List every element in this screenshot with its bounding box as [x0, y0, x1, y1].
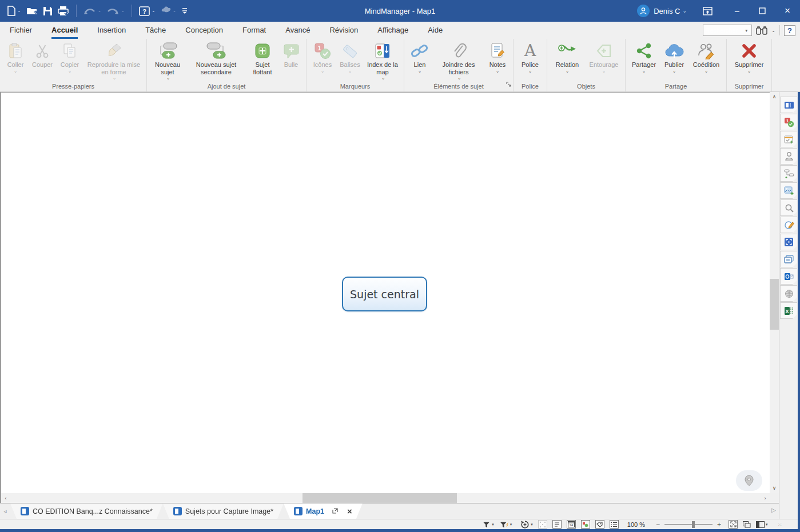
float-window-icon[interactable]	[332, 507, 338, 515]
show-outline-button[interactable]	[610, 520, 619, 529]
customize-quick-access-button[interactable]	[182, 7, 188, 14]
fit-map-button[interactable]	[729, 520, 738, 529]
tab-tache[interactable]: Tâche	[145, 22, 166, 39]
tab-affichage[interactable]: Affichage	[377, 22, 408, 39]
nouveau-sujet-button[interactable]: Nouveau sujet⌄	[149, 39, 186, 81]
tab-conception[interactable]: Conception	[185, 22, 223, 39]
help-menu-button[interactable]: ? ⌄	[139, 6, 156, 16]
central-topic[interactable]: Sujet central	[342, 277, 427, 311]
zoom-in-button[interactable]: +	[717, 522, 721, 527]
scroll-down-icon[interactable]: ∨	[770, 483, 779, 493]
sidebar-task-info[interactable]	[780, 131, 797, 147]
supprimer-button[interactable]: Supprimer ⌄	[729, 39, 769, 74]
refresh-button[interactable]: ▾	[520, 520, 533, 529]
open-button[interactable]	[26, 6, 38, 15]
touch-mode-button[interactable]: ⌄	[161, 6, 177, 15]
icones-button[interactable]: 1 Icônes ⌄	[309, 39, 336, 74]
search-box[interactable]: ▾	[703, 25, 752, 36]
lien-button[interactable]: Lien ⌄	[407, 39, 433, 74]
publier-button[interactable]: Publier ⌄	[660, 39, 688, 74]
maximize-button[interactable]	[750, 0, 775, 22]
sidebar-file-explorer[interactable]	[780, 251, 797, 267]
dialog-launcher-icon[interactable]	[506, 79, 511, 89]
sidebar-web[interactable]	[780, 285, 797, 302]
locate-pin-button[interactable]	[736, 470, 762, 491]
entourage-button[interactable]: Entourage ⌄	[585, 39, 623, 74]
balises-button[interactable]: Balises ⌄	[336, 39, 364, 74]
sujet-flottant-button[interactable]: Sujet flottant	[246, 39, 278, 75]
close-button[interactable]: ×	[775, 0, 800, 22]
vertical-scrollbar-thumb[interactable]	[770, 279, 779, 330]
zoom-slider-thumb[interactable]	[692, 521, 695, 528]
show-markers-button[interactable]	[581, 520, 590, 529]
new-document-button[interactable]: ⌄	[7, 6, 21, 16]
partager-button[interactable]: Partager ⌄	[628, 39, 660, 74]
police-button[interactable]: A Police ⌄	[516, 39, 544, 74]
map-canvas[interactable]: Sujet central ‹ ›	[0, 92, 770, 503]
notes-button[interactable]: Notes ⌄	[484, 39, 511, 74]
sidebar-icon-markers[interactable]: 1	[780, 114, 797, 130]
redo-button[interactable]: ⌄	[106, 7, 125, 15]
copier-button[interactable]: Copier ⌄	[56, 39, 83, 74]
find-binoculars-icon[interactable]	[756, 26, 767, 35]
show-tags-button[interactable]	[595, 520, 604, 529]
tab-insertion[interactable]: Insertion	[97, 22, 126, 39]
reproduire-mise-en-forme-button[interactable]: Reproduire la mise en forme⌄	[83, 39, 144, 81]
document-tab[interactable]: Sujets pour Capture Image*	[163, 503, 284, 519]
avatar[interactable]	[637, 5, 650, 17]
help-button[interactable]: ?	[784, 25, 795, 36]
minimize-button[interactable]: –	[725, 0, 750, 22]
sidebar-capture[interactable]	[780, 234, 797, 250]
sidebar-analysis[interactable]	[780, 217, 797, 233]
index-de-la-map-button[interactable]: Index de la map⌄	[364, 39, 401, 81]
tab-avance[interactable]: Avancé	[285, 22, 310, 39]
sidebar-task-panel[interactable]	[780, 97, 797, 113]
vertical-scrollbar[interactable]: ∧ ∨	[770, 92, 779, 493]
zoom-out-button[interactable]: −	[656, 522, 660, 527]
scroll-up-icon[interactable]: ∧	[770, 92, 779, 101]
undo-button[interactable]: ⌄	[83, 7, 102, 15]
sidebar-search[interactable]	[780, 199, 797, 216]
tab-scroll-right-icon[interactable]: ▷	[771, 507, 776, 513]
chevron-down-icon: ⌄	[418, 69, 422, 74]
panel-toggle-button[interactable]: ▾	[756, 521, 768, 528]
bulle-button[interactable]: Bulle	[278, 39, 304, 69]
tab-fichier[interactable]: Fichier	[10, 22, 32, 39]
couper-button[interactable]: Couper	[29, 39, 56, 69]
scroll-left-icon[interactable]: ‹	[1, 493, 10, 503]
document-tab-active[interactable]: Map1 ×	[284, 503, 363, 519]
sidebar-resources[interactable]	[780, 148, 797, 165]
relation-button[interactable]: Relation ⌄	[550, 39, 585, 74]
zoom-slider-track[interactable]	[664, 524, 713, 525]
scroll-right-icon[interactable]: ›	[761, 493, 770, 503]
sidebar-excel[interactable]: X	[780, 302, 797, 319]
user-account-button[interactable]: Denis C	[654, 7, 680, 15]
tab-scroll-left-icon[interactable]: ◃	[0, 503, 10, 519]
sidebar-map-parts[interactable]	[780, 165, 797, 182]
joindre-des-fichiers-button[interactable]: Joindre des fichiers⌄	[433, 39, 484, 81]
print-button[interactable]	[58, 6, 69, 16]
horizontal-scrollbar[interactable]: ‹ ›	[1, 493, 770, 503]
horizontal-scrollbar-thumb[interactable]	[303, 493, 457, 503]
tab-aide[interactable]: Aide	[428, 22, 443, 39]
coedition-button[interactable]: Coédition ⌄	[688, 39, 724, 74]
tab-accueil[interactable]: Accueil	[51, 22, 78, 39]
show-task-info-button[interactable]: 24	[567, 520, 576, 529]
document-tab[interactable]: CO EDITION Banq...z Connaissance*	[10, 503, 163, 519]
coller-button[interactable]: Coller ⌄	[2, 39, 29, 74]
filter-button[interactable]: ▾	[482, 521, 494, 529]
sidebar-image-library[interactable]	[780, 182, 797, 199]
view-layout-button[interactable]	[743, 521, 751, 528]
tab-revision[interactable]: Révision	[329, 22, 358, 39]
show-notes-button[interactable]	[552, 520, 562, 529]
save-button[interactable]	[43, 6, 53, 16]
ribbon-display-options-button[interactable]	[697, 0, 718, 22]
tab-format[interactable]: Format	[242, 22, 266, 39]
close-tab-icon[interactable]: ×	[347, 508, 352, 515]
power-filter-button[interactable]: ▾	[499, 521, 512, 529]
select-mode-button[interactable]	[538, 520, 547, 529]
search-input[interactable]	[705, 27, 745, 34]
sidebar-outlook[interactable]	[780, 268, 797, 285]
nouveau-sujet-secondaire-button[interactable]: Nouveau sujet secondaire	[186, 39, 246, 75]
resize-grip[interactable]: ⁙	[778, 521, 783, 527]
